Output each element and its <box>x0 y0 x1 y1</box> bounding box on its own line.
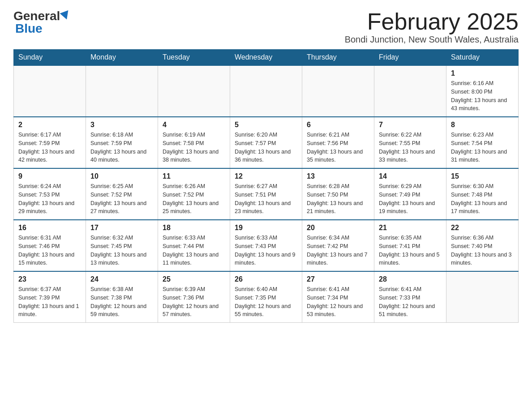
calendar-cell: 11Sunrise: 6:26 AMSunset: 7:52 PMDayligh… <box>158 168 230 220</box>
calendar-cell <box>302 65 374 117</box>
day-number: 23 <box>18 275 81 283</box>
day-info: Sunrise: 6:33 AMSunset: 7:43 PMDaylight:… <box>235 234 297 267</box>
day-info: Sunrise: 6:33 AMSunset: 7:44 PMDaylight:… <box>163 234 225 267</box>
calendar-cell <box>14 65 86 117</box>
week-row-1: 2Sunrise: 6:17 AMSunset: 7:59 PMDaylight… <box>14 117 519 168</box>
week-row-0: 1Sunrise: 6:16 AMSunset: 8:00 PMDaylight… <box>14 65 519 117</box>
day-info: Sunrise: 6:22 AMSunset: 7:55 PMDaylight:… <box>379 131 442 164</box>
calendar-cell: 24Sunrise: 6:38 AMSunset: 7:38 PMDayligh… <box>86 271 158 323</box>
day-info: Sunrise: 6:23 AMSunset: 7:54 PMDaylight:… <box>451 131 514 164</box>
day-number: 10 <box>90 172 153 180</box>
day-number: 22 <box>451 224 514 232</box>
weekday-header-monday: Monday <box>86 50 158 66</box>
day-number: 11 <box>163 172 225 180</box>
calendar-cell <box>86 65 158 117</box>
day-info: Sunrise: 6:25 AMSunset: 7:52 PMDaylight:… <box>90 182 153 216</box>
calendar-cell: 10Sunrise: 6:25 AMSunset: 7:52 PMDayligh… <box>86 168 158 220</box>
calendar-cell: 2Sunrise: 6:17 AMSunset: 7:59 PMDaylight… <box>14 117 86 168</box>
day-info: Sunrise: 6:18 AMSunset: 7:59 PMDaylight:… <box>90 131 153 164</box>
weekday-header-sunday: Sunday <box>14 50 86 66</box>
day-number: 17 <box>90 224 153 232</box>
day-info: Sunrise: 6:21 AMSunset: 7:56 PMDaylight:… <box>307 131 369 164</box>
day-info: Sunrise: 6:40 AMSunset: 7:35 PMDaylight:… <box>235 285 297 319</box>
calendar-cell: 19Sunrise: 6:33 AMSunset: 7:43 PMDayligh… <box>230 220 302 271</box>
logo: General Blue <box>13 9 70 36</box>
day-number: 8 <box>451 121 514 129</box>
day-info: Sunrise: 6:28 AMSunset: 7:50 PMDaylight:… <box>307 182 369 216</box>
calendar-cell: 27Sunrise: 6:41 AMSunset: 7:34 PMDayligh… <box>302 271 374 323</box>
week-row-2: 9Sunrise: 6:24 AMSunset: 7:53 PMDaylight… <box>14 168 519 220</box>
calendar-cell <box>158 65 230 117</box>
day-info: Sunrise: 6:26 AMSunset: 7:52 PMDaylight:… <box>163 182 225 216</box>
calendar-cell <box>446 271 519 323</box>
day-number: 21 <box>379 224 442 232</box>
calendar-cell: 16Sunrise: 6:31 AMSunset: 7:46 PMDayligh… <box>14 220 86 271</box>
logo-blue-text: Blue <box>15 21 43 35</box>
calendar-cell: 23Sunrise: 6:37 AMSunset: 7:39 PMDayligh… <box>14 271 86 323</box>
day-number: 18 <box>163 224 225 232</box>
calendar-cell: 14Sunrise: 6:29 AMSunset: 7:49 PMDayligh… <box>374 168 446 220</box>
calendar-cell: 21Sunrise: 6:35 AMSunset: 7:41 PMDayligh… <box>374 220 446 271</box>
day-info: Sunrise: 6:27 AMSunset: 7:51 PMDaylight:… <box>235 182 297 216</box>
day-number: 12 <box>235 172 297 180</box>
calendar-cell: 5Sunrise: 6:20 AMSunset: 7:57 PMDaylight… <box>230 117 302 168</box>
day-number: 26 <box>235 275 297 283</box>
calendar-cell: 20Sunrise: 6:34 AMSunset: 7:42 PMDayligh… <box>302 220 374 271</box>
day-number: 28 <box>379 275 442 283</box>
day-number: 20 <box>307 224 369 232</box>
calendar-cell: 25Sunrise: 6:39 AMSunset: 7:36 PMDayligh… <box>158 271 230 323</box>
calendar-cell: 7Sunrise: 6:22 AMSunset: 7:55 PMDaylight… <box>374 117 446 168</box>
day-info: Sunrise: 6:37 AMSunset: 7:39 PMDaylight:… <box>18 285 81 319</box>
day-number: 14 <box>379 172 442 180</box>
weekday-header-friday: Friday <box>374 50 446 66</box>
header: General Blue February 2025 Bondi Junctio… <box>13 9 519 45</box>
day-number: 9 <box>18 172 81 180</box>
day-info: Sunrise: 6:31 AMSunset: 7:46 PMDaylight:… <box>18 234 81 267</box>
day-info: Sunrise: 6:35 AMSunset: 7:41 PMDaylight:… <box>379 234 442 267</box>
day-info: Sunrise: 6:34 AMSunset: 7:42 PMDaylight:… <box>307 234 369 267</box>
weekday-header-saturday: Saturday <box>446 50 519 66</box>
weekday-header-tuesday: Tuesday <box>158 50 230 66</box>
title-area: February 2025 Bondi Junction, New South … <box>345 9 519 45</box>
day-info: Sunrise: 6:16 AMSunset: 8:00 PMDaylight:… <box>451 79 514 113</box>
day-info: Sunrise: 6:17 AMSunset: 7:59 PMDaylight:… <box>18 131 81 164</box>
day-number: 16 <box>18 224 81 232</box>
calendar-cell: 6Sunrise: 6:21 AMSunset: 7:56 PMDaylight… <box>302 117 374 168</box>
day-number: 7 <box>379 121 442 129</box>
calendar-cell: 26Sunrise: 6:40 AMSunset: 7:35 PMDayligh… <box>230 271 302 323</box>
calendar-cell: 9Sunrise: 6:24 AMSunset: 7:53 PMDaylight… <box>14 168 86 220</box>
calendar-cell: 22Sunrise: 6:36 AMSunset: 7:40 PMDayligh… <box>446 220 519 271</box>
calendar-cell: 8Sunrise: 6:23 AMSunset: 7:54 PMDaylight… <box>446 117 519 168</box>
day-info: Sunrise: 6:38 AMSunset: 7:38 PMDaylight:… <box>90 285 153 319</box>
calendar-cell <box>230 65 302 117</box>
day-number: 2 <box>18 121 81 129</box>
week-row-3: 16Sunrise: 6:31 AMSunset: 7:46 PMDayligh… <box>14 220 519 271</box>
calendar-table: SundayMondayTuesdayWednesdayThursdayFrid… <box>13 49 519 323</box>
weekday-header-wednesday: Wednesday <box>230 50 302 66</box>
calendar-cell: 15Sunrise: 6:30 AMSunset: 7:48 PMDayligh… <box>446 168 519 220</box>
day-number: 3 <box>90 121 153 129</box>
week-row-4: 23Sunrise: 6:37 AMSunset: 7:39 PMDayligh… <box>14 271 519 323</box>
day-info: Sunrise: 6:36 AMSunset: 7:40 PMDaylight:… <box>451 234 514 267</box>
calendar-cell: 17Sunrise: 6:32 AMSunset: 7:45 PMDayligh… <box>86 220 158 271</box>
logo-triangle-icon <box>60 10 71 21</box>
weekday-header-row: SundayMondayTuesdayWednesdayThursdayFrid… <box>14 50 519 66</box>
calendar-cell: 12Sunrise: 6:27 AMSunset: 7:51 PMDayligh… <box>230 168 302 220</box>
day-number: 6 <box>307 121 369 129</box>
day-number: 15 <box>451 172 514 180</box>
location-title: Bondi Junction, New South Wales, Austral… <box>345 34 519 45</box>
weekday-header-thursday: Thursday <box>302 50 374 66</box>
month-title: February 2025 <box>345 9 519 34</box>
calendar-cell: 28Sunrise: 6:41 AMSunset: 7:33 PMDayligh… <box>374 271 446 323</box>
day-number: 19 <box>235 224 297 232</box>
calendar-cell <box>374 65 446 117</box>
calendar-cell: 18Sunrise: 6:33 AMSunset: 7:44 PMDayligh… <box>158 220 230 271</box>
day-number: 5 <box>235 121 297 129</box>
calendar-cell: 4Sunrise: 6:19 AMSunset: 7:58 PMDaylight… <box>158 117 230 168</box>
day-number: 25 <box>163 275 225 283</box>
day-info: Sunrise: 6:24 AMSunset: 7:53 PMDaylight:… <box>18 182 81 216</box>
day-number: 4 <box>163 121 225 129</box>
day-info: Sunrise: 6:30 AMSunset: 7:48 PMDaylight:… <box>451 182 514 216</box>
day-info: Sunrise: 6:41 AMSunset: 7:34 PMDaylight:… <box>307 285 369 319</box>
day-info: Sunrise: 6:41 AMSunset: 7:33 PMDaylight:… <box>379 285 442 319</box>
